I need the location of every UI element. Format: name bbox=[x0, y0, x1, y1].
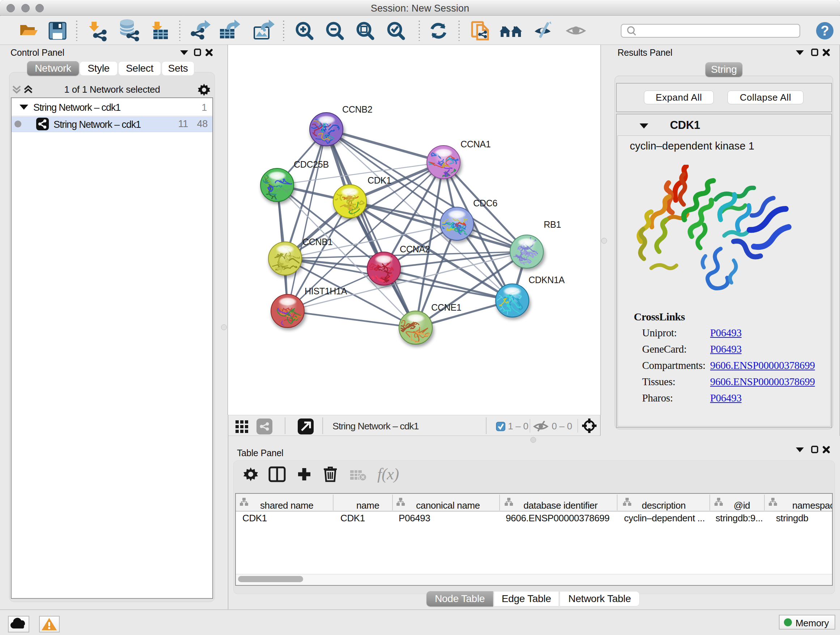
svg-text:description: description bbox=[642, 500, 685, 511]
svg-text:CDK1: CDK1 bbox=[368, 175, 392, 185]
svg-text:stringdb: stringdb bbox=[776, 513, 808, 524]
svg-text:String Network – cdk1: String Network – cdk1 bbox=[332, 421, 418, 432]
svg-text:database identifier: database identifier bbox=[523, 500, 598, 511]
svg-text:1 – 0: 1 – 0 bbox=[508, 421, 528, 432]
svg-text:f(x): f(x) bbox=[377, 465, 399, 483]
svg-text:CCNA1: CCNA1 bbox=[461, 139, 491, 149]
svg-text:?: ? bbox=[821, 23, 829, 38]
svg-text:name: name bbox=[356, 500, 379, 511]
svg-text:HIST1H1A: HIST1H1A bbox=[305, 286, 347, 296]
svg-text:CDC6: CDC6 bbox=[473, 198, 497, 208]
svg-text:canonical name: canonical name bbox=[416, 500, 480, 511]
svg-text:cyclin–dependent ...: cyclin–dependent ... bbox=[624, 513, 705, 524]
svg-text:CCNA2: CCNA2 bbox=[400, 244, 430, 254]
svg-text:CCNB2: CCNB2 bbox=[342, 104, 372, 114]
svg-text:CDKN1A: CDKN1A bbox=[529, 275, 565, 285]
svg-text:CCNB1: CCNB1 bbox=[302, 237, 332, 247]
svg-text:namespac: namespac bbox=[792, 500, 832, 511]
svg-text:CCNE1: CCNE1 bbox=[431, 302, 461, 312]
svg-text:stringdb:9...: stringdb:9... bbox=[715, 513, 763, 524]
svg-text:0 – 0: 0 – 0 bbox=[552, 421, 572, 432]
svg-text:RB1: RB1 bbox=[544, 219, 561, 230]
svg-text:9606.ENSP00000378699: 9606.ENSP00000378699 bbox=[506, 513, 609, 524]
svg-text:shared name: shared name bbox=[260, 500, 313, 511]
svg-text:CDK1: CDK1 bbox=[242, 513, 267, 524]
svg-text:@id: @id bbox=[734, 500, 750, 511]
svg-text:CDC25B: CDC25B bbox=[294, 159, 329, 169]
svg-text:P06493: P06493 bbox=[399, 513, 430, 524]
svg-text:CDK1: CDK1 bbox=[340, 513, 365, 524]
